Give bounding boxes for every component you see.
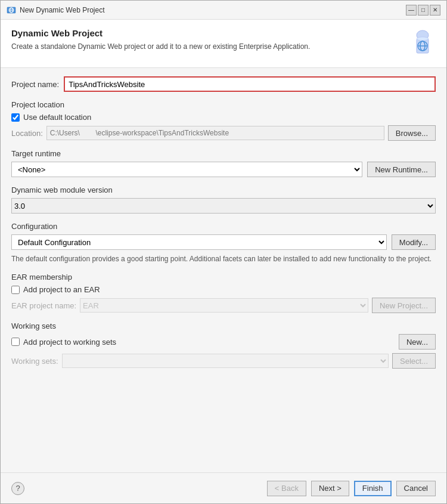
add-to-ear-checkbox[interactable] xyxy=(11,286,20,294)
location-row: Location: Browse... xyxy=(11,125,436,141)
working-sets-title: Working sets xyxy=(11,321,436,330)
web-module-version-select[interactable]: 3.0 2.5 2.4 2.3 xyxy=(11,198,436,214)
project-name-input[interactable] xyxy=(64,76,436,92)
footer-left: ? xyxy=(11,482,24,495)
page-title: Dynamic Web Project xyxy=(11,28,310,38)
project-name-group: Project name: xyxy=(11,76,436,92)
content-section: Project name: Project location Use defau… xyxy=(1,68,446,472)
ear-project-name-label: EAR project name: xyxy=(11,301,76,310)
title-bar-controls[interactable]: — □ ✕ xyxy=(406,5,440,16)
browse-button[interactable]: Browse... xyxy=(388,125,436,141)
title-bar-left: New Dynamic Web Project xyxy=(7,5,105,15)
help-button[interactable]: ? xyxy=(11,482,24,495)
new-runtime-button[interactable]: New Runtime... xyxy=(367,162,436,177)
close-button[interactable]: ✕ xyxy=(430,5,440,16)
working-sets-label: Working sets: xyxy=(11,357,58,366)
web-module-version-group: Dynamic web module version 3.0 2.5 2.4 2… xyxy=(11,185,436,214)
configuration-description: The default configuration provides a goo… xyxy=(11,253,436,264)
footer-right: < Back Next > Finish Cancel xyxy=(267,481,436,496)
modify-button[interactable]: Modify... xyxy=(392,234,436,250)
svg-point-6 xyxy=(417,37,429,41)
globe-jar-icon xyxy=(405,28,436,59)
target-runtime-group: Target runtime <None> New Runtime... xyxy=(11,149,436,177)
maximize-button[interactable]: □ xyxy=(418,5,429,16)
target-runtime-row: <None> New Runtime... xyxy=(11,162,436,177)
target-runtime-select[interactable]: <None> xyxy=(11,162,362,177)
ear-project-name-row: EAR project name: EAR New Project... xyxy=(11,298,436,313)
back-button[interactable]: < Back xyxy=(267,481,306,496)
ear-project-select: EAR xyxy=(80,298,368,313)
ear-membership-title: EAR membership xyxy=(11,273,436,282)
add-to-working-sets-checkbox[interactable] xyxy=(11,338,20,346)
use-default-checkbox[interactable] xyxy=(11,113,20,122)
ear-membership-group: EAR membership Add project to an EAR EAR… xyxy=(11,273,436,313)
new-working-set-button[interactable]: New... xyxy=(399,334,436,350)
use-default-label: Use default location xyxy=(23,113,91,122)
location-label: Location: xyxy=(11,129,43,138)
select-working-sets-button: Select... xyxy=(392,353,436,369)
header-text: Dynamic Web Project Create a standalone … xyxy=(11,28,310,52)
location-input[interactable] xyxy=(46,126,384,140)
add-to-ear-label: Add project to an EAR xyxy=(23,285,100,294)
web-module-version-title: Dynamic web module version xyxy=(11,185,436,194)
new-project-button: New Project... xyxy=(372,298,436,313)
next-button[interactable]: Next > xyxy=(311,481,349,496)
finish-button[interactable]: Finish xyxy=(354,481,392,496)
footer: ? < Back Next > Finish Cancel xyxy=(1,472,446,503)
configuration-row: Default Configuration Modify... xyxy=(11,234,436,250)
page-description: Create a standalone Dynamic Web project … xyxy=(11,42,310,52)
target-runtime-title: Target runtime xyxy=(11,149,436,158)
working-sets-select xyxy=(62,354,389,368)
project-location-group: Project location Use default location Lo… xyxy=(11,100,436,141)
cancel-button[interactable]: Cancel xyxy=(396,481,436,496)
add-to-working-sets-label: Add project to working sets xyxy=(23,338,116,347)
configuration-select[interactable]: Default Configuration xyxy=(11,234,387,250)
project-location-title: Project location xyxy=(11,100,436,109)
working-sets-select-row: Working sets: Select... xyxy=(11,353,436,369)
web-project-icon xyxy=(7,5,16,15)
title-bar: New Dynamic Web Project — □ ✕ xyxy=(1,1,446,20)
project-name-label: Project name: xyxy=(11,80,59,89)
configuration-title: Configuration xyxy=(11,222,436,231)
dialog-window: New Dynamic Web Project — □ ✕ Dynamic We… xyxy=(0,0,447,504)
add-to-working-sets-row: Add project to working sets xyxy=(11,338,116,347)
use-default-location-row: Use default location xyxy=(11,113,436,122)
working-sets-group: Working sets Add project to working sets… xyxy=(11,321,436,369)
header-section: Dynamic Web Project Create a standalone … xyxy=(1,20,446,68)
configuration-group: Configuration Default Configuration Modi… xyxy=(11,222,436,264)
minimize-button[interactable]: — xyxy=(406,5,417,16)
add-to-ear-row: Add project to an EAR xyxy=(11,285,436,294)
dialog-body: Dynamic Web Project Create a standalone … xyxy=(1,20,446,503)
title-bar-text: New Dynamic Web Project xyxy=(20,6,105,14)
